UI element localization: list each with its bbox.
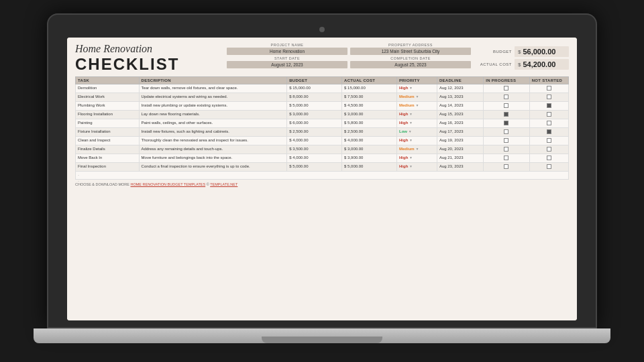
cell-in-progress[interactable]: [484, 110, 529, 119]
budget-dollar: $: [518, 49, 521, 55]
cell-priority: High ▼: [397, 119, 437, 127]
checkbox-empty[interactable]: [504, 103, 508, 108]
cell-in-progress[interactable]: [484, 145, 529, 154]
priority-badge: High: [399, 156, 408, 160]
checkbox-empty[interactable]: [547, 95, 551, 99]
priority-badge: Medium: [399, 103, 415, 107]
budget-row: BUDGET $ 56,000.00: [475, 46, 569, 57]
budget-label: BUDGET: [475, 50, 512, 54]
cell-not-started[interactable]: [529, 127, 568, 136]
table-row: Move Back In Move furniture and belongin…: [76, 154, 569, 162]
table-row: Plumbing Work Install new plumbing or up…: [76, 101, 569, 110]
cell-in-progress[interactable]: [484, 119, 529, 127]
footer-link1[interactable]: HOME RENOVATION BUDGET TEMPLATES: [131, 182, 206, 186]
cell-actual: $ 4,000.00: [342, 136, 397, 145]
cell-not-started[interactable]: [529, 145, 568, 154]
cell-in-progress[interactable]: [484, 162, 529, 171]
cell-task: Finalize Details: [76, 145, 140, 154]
cell-actual: $ 3,900.00: [342, 154, 397, 162]
completion-date-cell: COMPLETION DATE August 25, 2023: [350, 56, 471, 68]
table-row: Flooring Installation Lay down new floor…: [76, 110, 569, 119]
checkbox-empty[interactable]: [547, 147, 551, 152]
cell-not-started[interactable]: [529, 101, 568, 110]
actual-amount: 54,200.00: [523, 60, 555, 68]
table-row: Finalize Details Address any remaining d…: [76, 145, 569, 154]
cell-actual: $ 15,000.00: [342, 84, 397, 93]
cell-budget: $ 8,000.00: [287, 93, 342, 101]
cell-priority: High ▼: [397, 154, 437, 162]
cell-description: Tear down walls, remove old fixtures, an…: [139, 84, 287, 93]
checkbox-empty[interactable]: [547, 138, 551, 143]
start-date-value: August 12, 2023: [227, 61, 347, 68]
cell-description: Address any remaining details and touch-…: [139, 145, 287, 154]
table-row: Final Inspection Conduct a final inspect…: [76, 162, 569, 171]
cell-task: Clean and Inspect: [76, 136, 140, 145]
cell-priority: Medium ▼: [397, 93, 437, 101]
header-row: TASK DESCRIPTION BUDGET ACTUAL COST PRIO…: [76, 76, 569, 84]
cell-in-progress[interactable]: [484, 93, 529, 101]
cell-deadline: Aug 15, 2023: [437, 110, 483, 119]
cell-in-progress[interactable]: [484, 136, 529, 145]
checkbox-empty[interactable]: [504, 156, 508, 160]
start-date-label: START DATE: [274, 56, 300, 60]
table-header: TASK DESCRIPTION BUDGET ACTUAL COST PRIO…: [76, 76, 569, 84]
camera-dot: [319, 27, 325, 32]
cell-budget: $ 2,500.00: [287, 127, 342, 136]
cell-description: Update electrical systems and wiring as …: [139, 93, 287, 101]
cell-in-progress[interactable]: [484, 101, 529, 110]
th-deadline: DEADLINE: [437, 76, 483, 84]
property-address-cell: PROPERTY ADDRESS 123 Main Street Suburbi…: [350, 43, 471, 55]
screen: Home Renovation CHECKLIST PROJECT NAME H…: [67, 38, 577, 320]
checkbox-empty[interactable]: [547, 112, 551, 117]
checkbox-empty[interactable]: [504, 147, 508, 152]
checkbox-checked[interactable]: [504, 121, 508, 125]
cell-priority: Medium ▼: [397, 101, 437, 110]
priority-badge: High: [399, 138, 408, 142]
checkbox-empty[interactable]: [547, 156, 551, 160]
cell-not-started[interactable]: [529, 136, 568, 145]
table-row: Demolition Tear down walls, remove old f…: [76, 84, 569, 93]
checklist-title: CHECKLIST: [75, 55, 223, 74]
cell-actual: $ 3,000.00: [342, 145, 397, 154]
cell-budget: $ 6,000.00: [287, 119, 342, 127]
checkbox-empty[interactable]: [504, 129, 508, 134]
checkbox-empty[interactable]: [547, 164, 551, 169]
cell-not-started[interactable]: [529, 110, 568, 119]
cell-in-progress[interactable]: [484, 154, 529, 162]
cell-deadline: Aug 16, 2023: [437, 119, 483, 127]
meta-row-2: START DATE August 12, 2023 COMPLETION DA…: [227, 56, 471, 68]
checkbox-empty[interactable]: [504, 86, 508, 90]
cell-not-started[interactable]: [529, 154, 568, 162]
cell-description: Install new fixtures, such as lighting a…: [139, 127, 287, 136]
cell-not-started[interactable]: [529, 93, 568, 101]
screen-bezel: Home Renovation CHECKLIST PROJECT NAME H…: [47, 13, 597, 328]
priority-badge: Medium: [399, 95, 415, 99]
th-actual-cost: ACTUAL COST: [342, 76, 397, 84]
cell-budget: $ 3,000.00: [287, 110, 342, 119]
cell-not-started[interactable]: [529, 162, 568, 171]
checkbox-checked[interactable]: [504, 112, 508, 117]
footer-link2[interactable]: TEMPLATE.NET: [210, 182, 237, 186]
checkbox-empty[interactable]: [504, 95, 508, 99]
checkbox-checked[interactable]: [547, 129, 551, 134]
checkbox-empty[interactable]: [504, 138, 508, 143]
th-description: DESCRIPTION: [139, 76, 287, 84]
checkbox-empty[interactable]: [547, 86, 551, 90]
cell-task: Painting: [76, 119, 140, 127]
cell-task: Fixture Installation: [76, 127, 140, 136]
checkbox-empty[interactable]: [547, 121, 551, 125]
cell-deadline: Aug 13, 2023: [437, 93, 483, 101]
cell-actual: $ 3,000.00: [342, 110, 397, 119]
cell-actual: $ 4,500.00: [342, 101, 397, 110]
cell-deadline: Aug 17, 2023: [437, 127, 483, 136]
checkbox-empty[interactable]: [504, 164, 508, 169]
priority-badge: High: [399, 121, 408, 125]
cell-in-progress[interactable]: [484, 84, 529, 93]
actual-cost-row: ACTUAL COST $ 54,200.00: [475, 59, 569, 70]
cell-budget: $ 3,500.00: [287, 145, 342, 154]
checkbox-checked[interactable]: [547, 103, 551, 108]
cell-in-progress[interactable]: [484, 127, 529, 136]
cell-task: Final Inspection: [76, 162, 140, 171]
cell-not-started[interactable]: [529, 119, 568, 127]
cell-not-started[interactable]: [529, 84, 568, 93]
